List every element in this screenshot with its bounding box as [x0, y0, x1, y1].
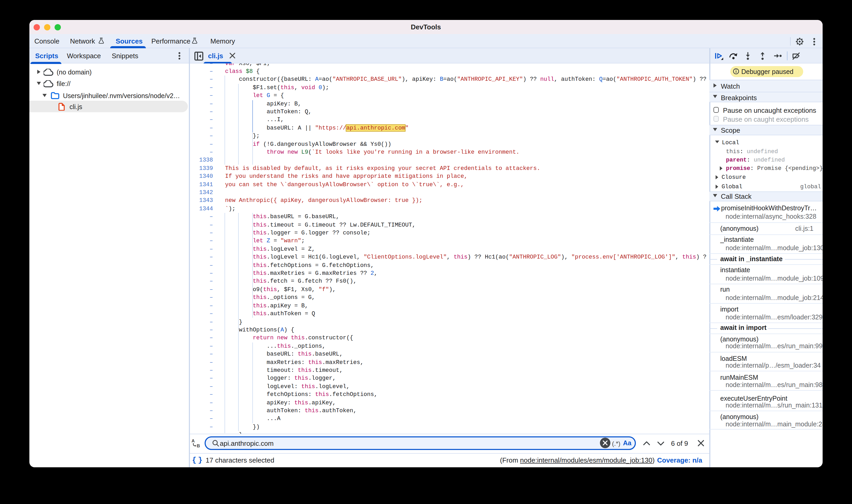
svg-text:B: B [197, 444, 200, 448]
svg-text:A: A [192, 438, 195, 444]
